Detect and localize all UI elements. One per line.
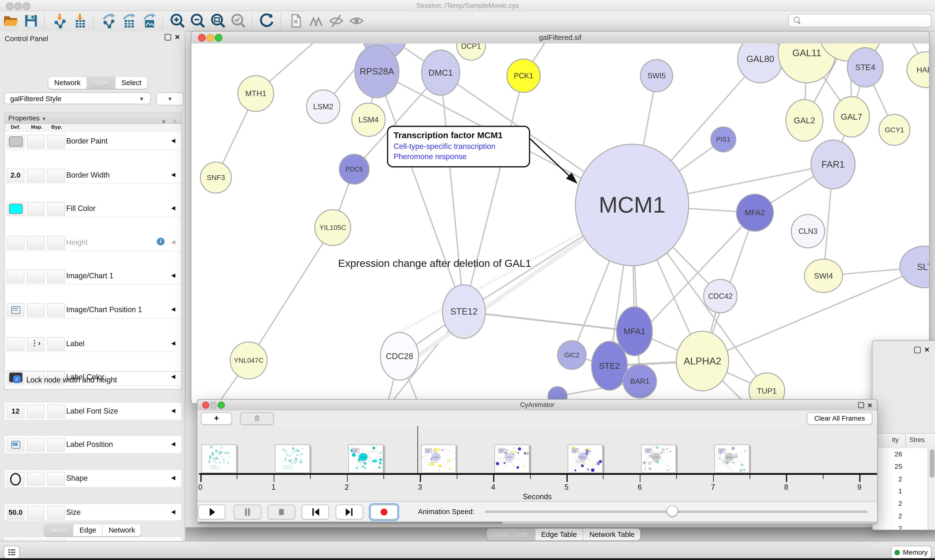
property-cell[interactable]	[47, 472, 65, 486]
property-cell[interactable]	[27, 202, 45, 216]
zoom-fit-icon[interactable]	[210, 12, 227, 29]
property-row-image-chart-position-1[interactable]: Image/Chart Position 1◀	[5, 302, 181, 319]
property-row-size[interactable]: 50.0Size◀	[5, 504, 181, 521]
property-cell[interactable]: 50.0	[6, 506, 24, 519]
zoom-selected-icon[interactable]	[230, 12, 247, 29]
tab-select[interactable]: Select	[116, 77, 147, 89]
import-network-icon[interactable]	[51, 12, 68, 29]
refresh-icon[interactable]	[259, 12, 276, 29]
property-cell[interactable]	[27, 303, 45, 317]
property-row-label[interactable]: ⋮›Label◀	[5, 335, 181, 352]
show-panels-button[interactable]	[4, 546, 20, 559]
property-cell[interactable]: 2.0	[6, 168, 24, 182]
style-options-button[interactable]: ▼	[156, 92, 184, 106]
chevron-left-icon[interactable]: ◀	[171, 205, 175, 211]
timeline-frame-0[interactable]	[202, 445, 237, 473]
property-cell[interactable]	[27, 269, 45, 283]
timeline-frame-6[interactable]: MCM1	[641, 445, 676, 473]
annotation-link-1[interactable]: Cell-type-specific transcription	[393, 142, 523, 151]
timeline-playhead[interactable]	[418, 426, 418, 474]
chevron-left-icon[interactable]: ◀	[171, 441, 175, 447]
chevron-left-icon[interactable]: ◀	[171, 272, 175, 278]
property-cell[interactable]	[6, 303, 24, 317]
skip-end-button[interactable]	[336, 505, 363, 519]
property-row-fill-color[interactable]: Fill Color◀	[5, 200, 181, 217]
column-header[interactable]: Stres	[909, 436, 925, 443]
property-cell[interactable]	[6, 269, 24, 283]
stop-button[interactable]	[268, 505, 295, 519]
add-frame-button[interactable]: +	[201, 412, 232, 425]
info-icon[interactable]: i	[157, 238, 165, 245]
property-row-shape[interactable]: Shape◀	[5, 470, 181, 487]
float-panel-icon[interactable]	[164, 34, 171, 41]
table-scrollbar[interactable]	[928, 448, 935, 530]
timeline-frame-4[interactable]: MCM1	[495, 445, 529, 473]
tab-node-table[interactable]: Node Table	[486, 528, 535, 540]
property-cell[interactable]	[6, 134, 24, 148]
property-row-border-paint[interactable]: Border Paint◀	[5, 133, 181, 150]
timeline-frame-7[interactable]: MCM1	[714, 445, 749, 473]
first-neighbors-icon[interactable]	[308, 12, 325, 29]
table-row[interactable]: 25	[872, 460, 927, 473]
property-cell[interactable]	[27, 472, 45, 486]
property-row-label-font-size[interactable]: 12Label Font Size◀	[5, 403, 181, 420]
table-row[interactable]: 2	[872, 522, 927, 530]
property-cell[interactable]	[27, 438, 45, 452]
style-selector[interactable]: galFiltered Style▼	[4, 92, 151, 105]
property-cell[interactable]: 12	[6, 404, 24, 418]
memory-button[interactable]: Memory	[891, 546, 932, 559]
cyanimator-hscrollbar[interactable]	[197, 521, 877, 524]
property-cell[interactable]	[47, 134, 65, 148]
table-row[interactable]: 2	[872, 473, 927, 485]
play-button[interactable]	[198, 505, 225, 519]
tab-edge-table[interactable]: Edge Table	[535, 528, 583, 540]
timeline-frame-1[interactable]	[275, 445, 310, 473]
export-network-icon[interactable]	[100, 12, 117, 29]
property-cell[interactable]	[6, 337, 24, 351]
tab-network-table[interactable]: Network Table	[583, 528, 640, 540]
close-panel-icon[interactable]: ✕	[174, 35, 180, 40]
show-icon[interactable]	[348, 12, 365, 29]
property-row-height[interactable]: Heighti◀	[5, 234, 181, 251]
timeline-frame-5[interactable]: MCM1	[568, 445, 603, 473]
property-row-border-width[interactable]: 2.0Border Width◀	[5, 167, 181, 184]
property-cell[interactable]	[27, 506, 45, 519]
search-input[interactable]	[788, 14, 932, 27]
property-cell[interactable]	[47, 303, 65, 317]
property-cell[interactable]	[6, 202, 24, 216]
table-row[interactable]: 1	[872, 485, 927, 497]
table-row[interactable]: 26	[872, 448, 927, 460]
property-cell[interactable]	[6, 236, 24, 249]
skip-start-button[interactable]	[302, 505, 329, 519]
property-cell[interactable]	[27, 404, 45, 418]
chevron-left-icon[interactable]: ◀	[171, 306, 175, 312]
expand-all-icon[interactable]: »	[161, 120, 168, 123]
export-table-icon[interactable]	[120, 12, 137, 29]
delete-frame-button[interactable]	[240, 412, 274, 425]
record-button[interactable]	[370, 505, 398, 519]
timeline-area[interactable]: Seconds 0123456789MCM1MCM1MCM1MCM1MCM1MC…	[197, 426, 877, 501]
tab-node[interactable]: Node	[44, 524, 74, 536]
property-cell[interactable]	[6, 472, 24, 486]
property-cell[interactable]	[47, 337, 65, 351]
column-header[interactable]: ity	[892, 436, 899, 443]
property-cell[interactable]	[47, 168, 65, 182]
property-cell[interactable]	[47, 269, 65, 283]
tab-network-style[interactable]: Network	[103, 524, 141, 536]
export-image-icon[interactable]	[141, 12, 157, 29]
zoom-in-icon[interactable]	[170, 12, 186, 29]
collapse-all-icon[interactable]: «	[172, 120, 179, 123]
table-row[interactable]: 2	[872, 510, 927, 522]
hide-icon[interactable]	[328, 12, 345, 29]
clear-all-frames-button[interactable]: Clear All Frames	[807, 412, 872, 425]
property-cell[interactable]	[27, 236, 45, 249]
chevron-left-icon[interactable]: ◀	[171, 408, 175, 413]
float-panel-icon[interactable]	[858, 402, 864, 408]
property-cell[interactable]	[47, 236, 65, 249]
zoom-out-icon[interactable]	[190, 12, 207, 29]
close-panel-icon[interactable]: ✕	[924, 348, 930, 353]
property-row-label-position[interactable]: Label Position◀	[5, 437, 181, 454]
property-cell[interactable]	[47, 506, 65, 519]
pause-button[interactable]	[234, 505, 261, 519]
property-cell[interactable]	[27, 134, 45, 148]
